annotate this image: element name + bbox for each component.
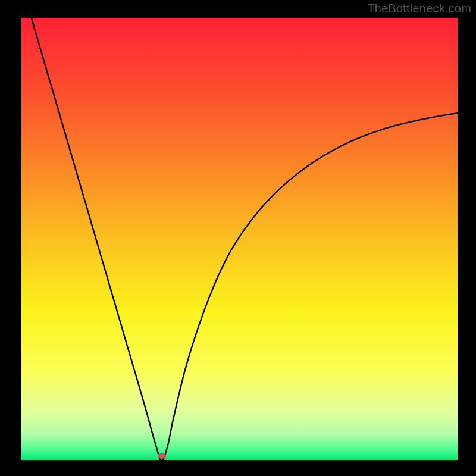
gradient-background xyxy=(21,17,458,461)
bottleneck-chart xyxy=(0,0,476,476)
watermark-text: TheBottleneck.com xyxy=(367,2,471,15)
minimum-marker xyxy=(158,453,166,459)
chart-frame: TheBottleneck.com xyxy=(0,0,476,476)
